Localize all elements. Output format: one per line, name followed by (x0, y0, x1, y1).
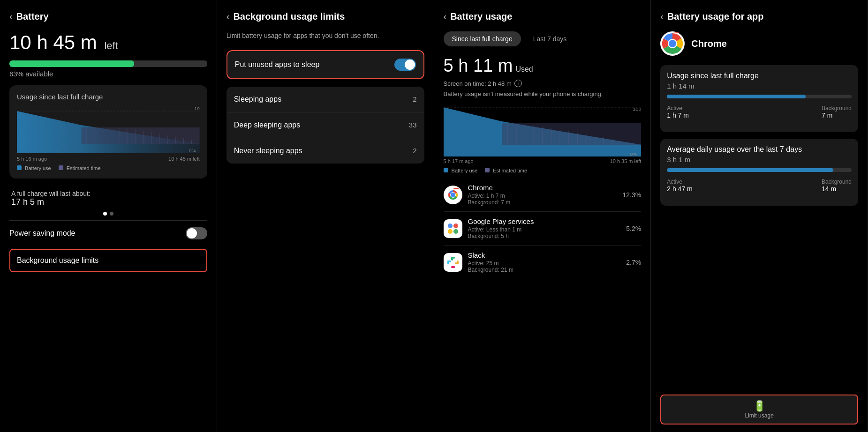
back-row-battery[interactable]: ‹ Battery (9, 11, 207, 22)
put-unused-row[interactable]: Put unused apps to sleep (226, 50, 424, 79)
svg-rect-1 (82, 127, 200, 144)
deep-sleeping-count: 33 (409, 121, 417, 129)
panel-bg-limits-title: Background usage limits (233, 11, 345, 22)
battery-bar-fill (9, 60, 134, 67)
chrome-large-icon (660, 31, 685, 56)
gps-app-icon (444, 219, 462, 238)
slack-app-icon (444, 253, 462, 272)
section2-active: Active 2 h 47 m (667, 179, 692, 193)
legend-estimated-dot (59, 165, 63, 170)
back-arrow-icon[interactable]: ‹ (660, 11, 664, 22)
legend-battery-use: Battery use (444, 168, 478, 173)
sleep-menu-section: Sleeping apps 2 Deep sleeping apps 33 Ne… (226, 87, 424, 164)
info-icon[interactable]: i (514, 80, 522, 87)
back-row-bg-limits[interactable]: ‹ Background usage limits (226, 11, 424, 22)
chrome-app-name: Chrome (691, 38, 727, 49)
section2-background: Background 14 m (822, 179, 852, 193)
section1-val: 1 h 14 m (667, 82, 852, 90)
put-unused-label: Put unused apps to sleep (235, 60, 320, 69)
carousel-dots (9, 212, 207, 216)
battery-time-display: 10 h 45 m left (9, 31, 207, 54)
sleeping-apps-item[interactable]: Sleeping apps 2 (226, 87, 424, 112)
battery-usage-chart: 100 0% (444, 105, 642, 156)
dot-1 (103, 212, 107, 216)
section1-stats: Active 1 h 7 m Background 7 m (667, 105, 852, 119)
svg-point-64 (669, 40, 676, 47)
legend-battery-dot (444, 168, 448, 172)
svg-text:100: 100 (633, 107, 642, 112)
svg-rect-20 (502, 123, 642, 145)
toggle-knob (187, 228, 197, 238)
svg-rect-55 (451, 257, 455, 259)
usage-card-title: Usage since last full charge (17, 93, 200, 101)
panel-battery-usage-title: Battery usage (450, 11, 512, 22)
panel-app-title: Battery usage for app (667, 11, 764, 22)
svg-text:0%: 0% (189, 149, 196, 153)
svg-rect-50 (452, 227, 454, 230)
svg-rect-53 (447, 261, 449, 264)
svg-rect-59 (451, 266, 455, 268)
panel-background-limits: ‹ Background usage limits Limit battery … (217, 0, 434, 432)
chart-labels-3: 5 h 17 m ago 10 h 35 m left (444, 158, 642, 164)
back-arrow-icon[interactable]: ‹ (226, 11, 230, 22)
chrome-app-icon (444, 186, 462, 204)
limit-usage-button[interactable]: 🔋 Limit usage (660, 395, 858, 425)
battery-percentage: 63% available (9, 70, 207, 78)
usage-since-charge-section: Usage since last full charge 1 h 14 m Ac… (660, 65, 858, 132)
section1-bar-fill (667, 95, 805, 98)
tab-last-7-days[interactable]: Last 7 days (525, 31, 575, 46)
back-row-battery-usage[interactable]: ‹ Battery usage (444, 11, 642, 22)
slack-info: Slack Active: 25 m Background: 21 m (468, 251, 623, 273)
deep-sleeping-label: Deep sleeping apps (234, 121, 300, 129)
section1-title: Usage since last full charge (667, 72, 852, 80)
legend-estimated-dot (485, 168, 490, 172)
svg-point-42 (451, 193, 455, 197)
app-list: Chrome Active: 1 h 7 m Background: 7 m 1… (444, 178, 642, 279)
svg-rect-57 (457, 261, 459, 264)
never-sleeping-apps-item[interactable]: Never sleeping apps 2 (226, 138, 424, 164)
section1-background: Background 7 m (822, 105, 852, 119)
section2-stats: Active 2 h 47 m Background 14 m (667, 179, 852, 193)
app-item-gps[interactable]: Google Play services Active: Less than 1… (444, 212, 642, 246)
gps-info: Google Play services Active: Less than 1… (468, 217, 623, 239)
legend-battery: Battery use (17, 165, 51, 171)
legend-battery-dot (17, 165, 22, 170)
section2-title: Average daily usage over the last 7 days (667, 145, 852, 154)
legend-estimated-time: Estimated time (485, 168, 527, 173)
app-header: Chrome (660, 31, 858, 56)
svg-text:100: 100 (194, 106, 199, 111)
panel-battery-usage-app: ‹ Battery usage for app (651, 0, 868, 432)
battery-chart: 100 0% (17, 106, 200, 153)
svg-text:0%: 0% (629, 152, 637, 156)
back-row-app[interactable]: ‹ Battery usage for app (660, 11, 858, 22)
sleeping-apps-label: Sleeping apps (234, 95, 281, 104)
tab-row: Since last full charge Last 7 days (444, 31, 642, 46)
charging-warning: Battery usage isn't measured while your … (444, 90, 642, 98)
gps-pct: 5.2% (626, 225, 641, 232)
dot-2 (110, 212, 113, 216)
power-saving-toggle[interactable] (186, 227, 207, 239)
never-sleeping-label: Never sleeping apps (234, 147, 302, 155)
background-usage-label: Background usage limits (17, 256, 98, 264)
background-usage-limits-button[interactable]: Background usage limits (9, 249, 207, 272)
panel-battery-usage: ‹ Battery usage Since last full charge L… (434, 0, 651, 432)
toggle-knob (405, 60, 415, 70)
chart-legend: Battery use Estimated time (17, 165, 200, 171)
section2-bar-fill (667, 168, 833, 172)
back-arrow-icon[interactable]: ‹ (9, 11, 13, 22)
back-arrow-icon[interactable]: ‹ (444, 11, 447, 22)
sleeping-apps-count: 2 (413, 95, 416, 103)
app-item-chrome[interactable]: Chrome Active: 1 h 7 m Background: 7 m 1… (444, 178, 642, 212)
svg-rect-60 (451, 261, 455, 264)
usage-card: Usage since last full charge (9, 85, 207, 179)
full-charge-section: A full charge will last about: 17 h 5 m (9, 185, 207, 207)
app-item-slack[interactable]: Slack Active: 25 m Background: 21 m 2.7% (444, 246, 642, 279)
section2-bar (667, 168, 852, 172)
put-unused-toggle[interactable] (394, 59, 416, 71)
section1-active: Active 1 h 7 m (667, 105, 689, 119)
tab-since-last-charge[interactable]: Since last full charge (444, 31, 521, 46)
section2-val: 3 h 1 m (667, 156, 852, 164)
deep-sleeping-apps-item[interactable]: Deep sleeping apps 33 (226, 112, 424, 138)
screen-on-time: Screen on time: 2 h 48 m i (444, 80, 642, 87)
bg-limits-subtitle: Limit battery usage for apps that you do… (226, 31, 424, 41)
